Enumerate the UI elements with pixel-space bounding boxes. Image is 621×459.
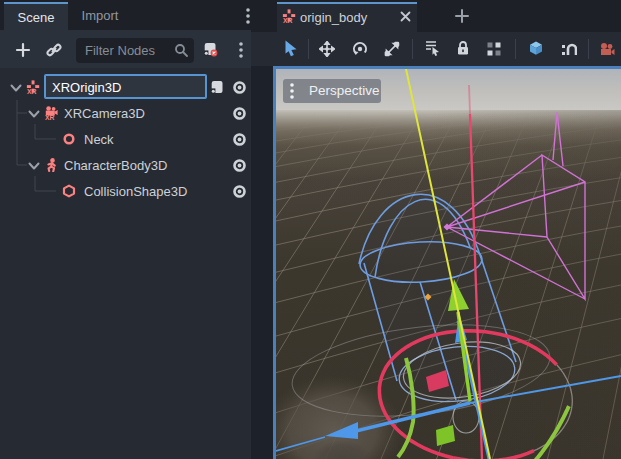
svg-text:XR: XR <box>27 88 37 94</box>
svg-text:XR: XR <box>283 17 293 23</box>
svg-text:XR: XR <box>45 114 55 120</box>
